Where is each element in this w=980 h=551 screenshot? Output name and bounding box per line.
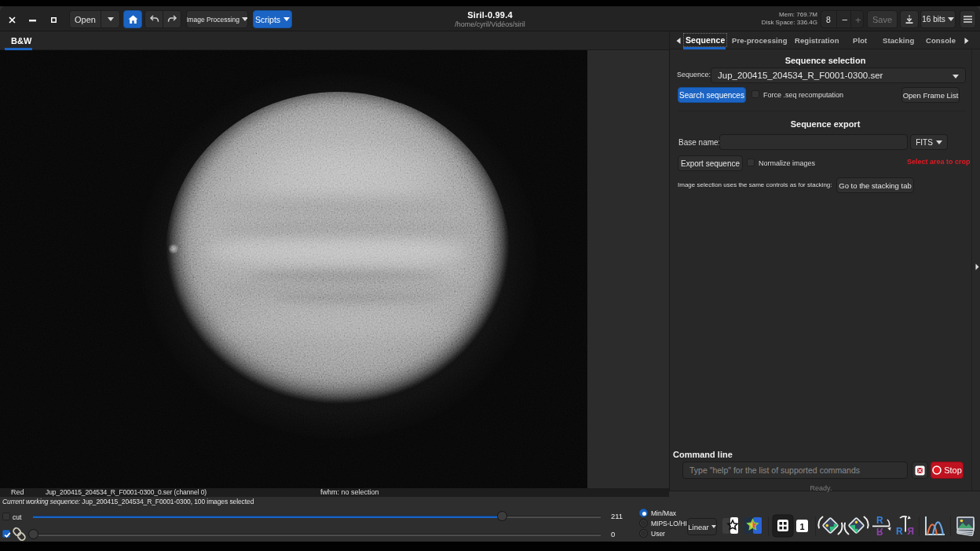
svg-text:R: R <box>876 515 883 526</box>
svg-text:1: 1 <box>799 522 804 531</box>
svg-text:R: R <box>907 526 914 537</box>
svg-text:R: R <box>896 526 903 537</box>
svg-text:R: R <box>876 526 883 537</box>
